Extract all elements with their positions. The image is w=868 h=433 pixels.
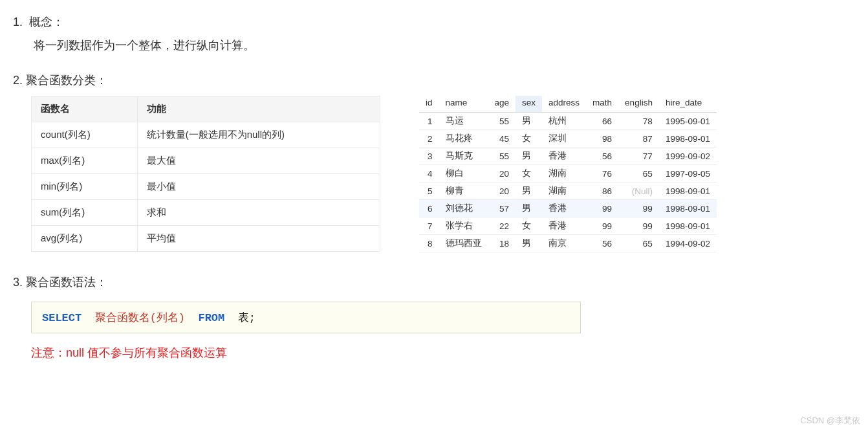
section-title: 聚合函数语法： xyxy=(26,276,107,289)
data-cell: 56 xyxy=(586,148,618,165)
data-cell: 男 xyxy=(515,183,542,200)
data-cell: 1998-09-01 xyxy=(659,217,717,235)
fn-desc-cell: 平均值 xyxy=(137,226,380,252)
fn-desc-cell: 统计数量(一般选用不为null的列) xyxy=(137,122,380,148)
table-row[interactable]: 7张学右22女香港99991998-09-01 xyxy=(419,217,717,235)
table-row[interactable]: 2马花疼45女深圳98871998-09-01 xyxy=(419,130,717,148)
data-cell: 1994-09-02 xyxy=(659,235,717,252)
fn-desc-cell: 最大值 xyxy=(137,148,380,174)
data-cell: 6 xyxy=(419,200,439,217)
fn-name-cell: sum(列名) xyxy=(32,200,138,226)
data-cell: 1998-09-01 xyxy=(659,130,717,148)
col-sex[interactable]: sex xyxy=(515,96,542,113)
col-header-name: 函数名 xyxy=(32,96,138,122)
table-row[interactable]: 6刘德花57男香港99991998-09-01 xyxy=(419,200,717,217)
data-cell: 1999-09-02 xyxy=(659,148,717,165)
data-cell: 2 xyxy=(419,130,439,148)
note-text: 注意：null 值不参与所有聚合函数运算 xyxy=(31,345,855,361)
data-cell: 湖南 xyxy=(542,165,586,183)
col-id[interactable]: id xyxy=(419,96,439,113)
data-cell: 65 xyxy=(618,235,659,252)
table-row[interactable]: 3马斯克55男香港56771999-09-02 xyxy=(419,148,717,165)
section-3-heading: 3. 聚合函数语法： xyxy=(13,274,855,290)
section-num: 1. xyxy=(13,16,23,28)
data-cell: 20 xyxy=(488,183,516,200)
data-cell: 1995-09-01 xyxy=(659,113,717,130)
data-cell: 99 xyxy=(586,217,618,235)
data-cell: 柳青 xyxy=(439,183,488,200)
fn-name-cell: min(列名) xyxy=(32,174,138,200)
data-cell: 4 xyxy=(419,165,439,183)
table-row: min(列名)最小值 xyxy=(32,174,380,200)
data-cell: 柳白 xyxy=(439,165,488,183)
data-cell: 1 xyxy=(419,113,439,130)
data-cell: 99 xyxy=(618,217,659,235)
data-cell: 马花疼 xyxy=(439,130,488,148)
table-row: sum(列名)求和 xyxy=(32,200,380,226)
student-data-table: id name age sex address math english hir… xyxy=(419,96,717,252)
section-1-body: 将一列数据作为一个整体，进行纵向计算。 xyxy=(34,38,855,53)
data-cell: 7 xyxy=(419,217,439,235)
section-num: 3. xyxy=(13,276,23,289)
data-cell: 99 xyxy=(618,200,659,217)
data-cell: 马斯克 xyxy=(439,148,488,165)
fn-name-cell: count(列名) xyxy=(32,122,138,148)
data-cell: 女 xyxy=(515,217,542,235)
col-age[interactable]: age xyxy=(488,96,516,113)
data-cell: 55 xyxy=(488,148,516,165)
data-cell: 女 xyxy=(515,130,542,148)
fn-name-cell: max(列名) xyxy=(32,148,138,174)
data-cell: 刘德花 xyxy=(439,200,488,217)
col-address[interactable]: address xyxy=(542,96,586,113)
section-num: 2. xyxy=(13,74,23,87)
data-cell: 8 xyxy=(419,235,439,252)
kw-select: SELECT xyxy=(42,312,81,324)
col-math[interactable]: math xyxy=(586,96,618,113)
data-cell: 1998-09-01 xyxy=(659,200,717,217)
data-cell: (Null) xyxy=(618,183,659,200)
section-2-heading: 2. 聚合函数分类： xyxy=(13,72,855,88)
tok-lp: ( xyxy=(150,312,157,324)
table-row[interactable]: 5柳青20男湖南86(Null)1998-09-01 xyxy=(419,183,717,200)
section-title: 概念： xyxy=(29,16,64,28)
data-cell: 香港 xyxy=(542,200,586,217)
data-cell: 德玛西亚 xyxy=(439,235,488,252)
tok-table: 表 xyxy=(238,312,249,324)
fn-desc-cell: 最小值 xyxy=(137,174,380,200)
table-row: avg(列名)平均值 xyxy=(32,226,380,252)
table-row[interactable]: 1马运55男杭州66781995-09-01 xyxy=(419,113,717,130)
fn-name-cell: avg(列名) xyxy=(32,226,138,252)
data-cell: 南京 xyxy=(542,235,586,252)
data-cell: 5 xyxy=(419,183,439,200)
data-cell: 张学右 xyxy=(439,217,488,235)
table-row: max(列名)最大值 xyxy=(32,148,380,174)
data-cell: 20 xyxy=(488,165,516,183)
data-cell: 1998-09-01 xyxy=(659,183,717,200)
data-cell: 55 xyxy=(488,113,516,130)
table-row[interactable]: 4柳白20女湖南76651997-09-05 xyxy=(419,165,717,183)
data-cell: 男 xyxy=(515,235,542,252)
data-cell: 杭州 xyxy=(542,113,586,130)
table-row[interactable]: 8德玛西亚18男南京56651994-09-02 xyxy=(419,235,717,252)
data-cell: 76 xyxy=(586,165,618,183)
data-cell: 99 xyxy=(586,200,618,217)
data-cell: 77 xyxy=(618,148,659,165)
col-name[interactable]: name xyxy=(439,96,488,113)
data-cell: 87 xyxy=(618,130,659,148)
col-english[interactable]: english xyxy=(618,96,659,113)
data-cell: 男 xyxy=(515,148,542,165)
data-cell: 18 xyxy=(488,235,516,252)
tok-rp: ) xyxy=(179,312,185,324)
col-hire-date[interactable]: hire_date xyxy=(659,96,717,113)
data-cell: 57 xyxy=(488,200,516,217)
data-cell: 1997-09-05 xyxy=(659,165,717,183)
data-cell: 男 xyxy=(515,113,542,130)
tok-semi: ; xyxy=(249,312,255,324)
kw-from: FROM xyxy=(198,312,224,324)
function-table: 函数名 功能 count(列名)统计数量(一般选用不为null的列)max(列名… xyxy=(31,96,380,252)
data-cell: 66 xyxy=(586,113,618,130)
table-row: count(列名)统计数量(一般选用不为null的列) xyxy=(32,122,380,148)
data-cell: 男 xyxy=(515,200,542,217)
data-cell: 86 xyxy=(586,183,618,200)
data-cell: 女 xyxy=(515,165,542,183)
